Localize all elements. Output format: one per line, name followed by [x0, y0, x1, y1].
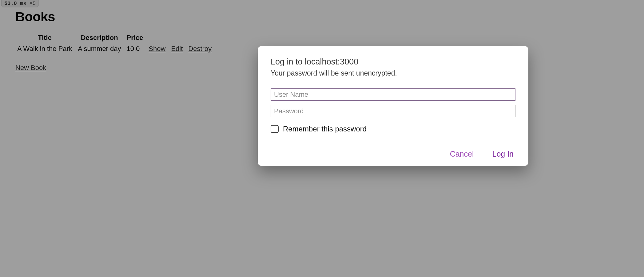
remember-row: Remember this password	[271, 125, 515, 133]
dialog-title: Log in to localhost:3000	[271, 57, 515, 67]
dialog-subtitle: Your password will be sent unencrypted.	[271, 69, 515, 77]
remember-label[interactable]: Remember this password	[283, 125, 367, 133]
username-input[interactable]	[271, 88, 515, 101]
dialog-footer: Cancel Log In	[258, 142, 528, 166]
remember-checkbox[interactable]	[271, 125, 279, 133]
login-button[interactable]: Log In	[490, 148, 515, 160]
login-dialog: Log in to localhost:3000 Your password w…	[258, 46, 528, 166]
password-input[interactable]	[271, 105, 515, 117]
dialog-body: Log in to localhost:3000 Your password w…	[258, 46, 528, 142]
cancel-button[interactable]: Cancel	[448, 148, 476, 160]
